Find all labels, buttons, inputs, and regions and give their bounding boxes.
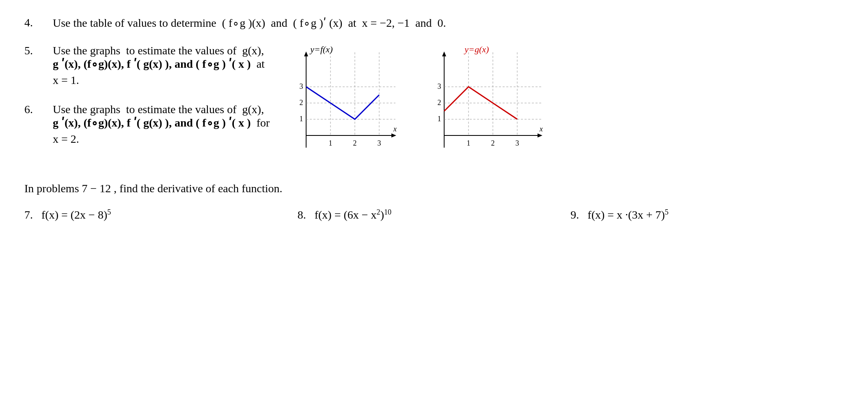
problem-7-number: 7. [24, 208, 39, 221]
graph-fx: y=f(x) [286, 44, 399, 166]
svg-text:3: 3 [438, 82, 441, 90]
problem-4: 4. Use the table of values to determine … [24, 16, 844, 30]
problem-4-text: Use the table of values to determine ( f… [53, 16, 844, 30]
svg-marker-2 [304, 52, 308, 56]
graph-fx-svg: 3 2 1 1 2 3 x [286, 48, 399, 170]
problem-7-exp: 5 [107, 208, 111, 216]
problems-5-6-text: 5. Use the graphs to estimate the values… [24, 44, 270, 146]
svg-text:2: 2 [491, 139, 495, 147]
svg-marker-20 [538, 133, 542, 137]
problem-8-number: 8. [298, 208, 312, 221]
problem-5-line1: Use the graphs to estimate the values of… [53, 44, 264, 57]
problem-5-line2: g ʹ(x), (f∘g)(x), f ʹ( g(x) ), and ( f∘g… [53, 57, 270, 71]
graph-fx-label: y=f(x) [310, 44, 333, 55]
svg-text:3: 3 [378, 139, 381, 147]
problem-6-line3: x = 2. [53, 133, 270, 146]
problem-8-text: f(x) = (6x − x2)10 [315, 208, 392, 221]
problem-6-number: 6. [24, 103, 53, 116]
svg-text:2: 2 [438, 99, 441, 107]
svg-marker-19 [442, 52, 446, 56]
problem-4-number: 4. [24, 16, 53, 29]
problem-9-number: 9. [570, 208, 585, 221]
problem-5-6: 5. Use the graphs to estimate the values… [24, 44, 844, 166]
problem-5-line3: x = 1. [53, 74, 270, 87]
svg-text:2: 2 [300, 99, 303, 107]
svg-text:3: 3 [300, 82, 303, 90]
svg-text:x: x [539, 125, 543, 133]
functions-row: 7. f(x) = (2x − 8)5 8. f(x) = (6x − x2)1… [24, 208, 844, 221]
svg-text:1: 1 [300, 115, 303, 123]
problem-7-text: f(x) = (2x − 8)5 [41, 208, 111, 221]
problem-6-line1: Use the graphs to estimate the values of… [53, 103, 264, 116]
graph-gx-label: y=g(x) [464, 44, 489, 55]
bottom-section: In problems 7 − 12 , find the derivative… [24, 182, 844, 221]
problem-9-exp: 5 [665, 208, 669, 216]
problem-5-number: 5. [24, 44, 53, 57]
svg-text:2: 2 [353, 139, 357, 147]
svg-text:3: 3 [516, 139, 519, 147]
graph-gx-svg: 3 2 1 1 2 3 x [424, 48, 546, 170]
problem-8: 8. f(x) = (6x − x2)10 [298, 208, 571, 221]
problem-9-text: f(x) = x ·(3x + 7)5 [587, 208, 668, 221]
problem-9: 9. f(x) = x ·(3x + 7)5 [570, 208, 844, 221]
svg-text:x: x [393, 125, 397, 133]
svg-text:1: 1 [438, 115, 441, 123]
svg-text:1: 1 [467, 139, 471, 147]
svg-marker-3 [391, 133, 396, 137]
problem-8-exp: 10 [384, 208, 391, 216]
problem-7: 7. f(x) = (2x − 8)5 [24, 208, 298, 221]
svg-text:1: 1 [329, 139, 333, 147]
problem-6-line2: g ʹ(x), (f∘g)(x), f ʹ( g(x) ), and ( f∘g… [53, 116, 270, 129]
in-problems-text: In problems 7 − 12 , find the derivative… [24, 182, 844, 195]
graphs-container: y=f(x) [286, 44, 538, 166]
graph-gx: y=g(x) [424, 44, 538, 166]
